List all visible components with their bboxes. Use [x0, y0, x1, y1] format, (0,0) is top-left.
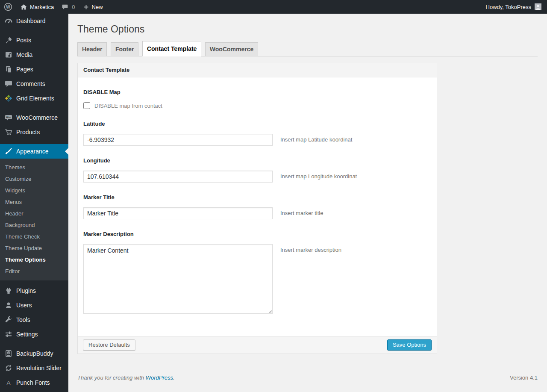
pages-icon	[4, 65, 13, 74]
sidebar-item-punch-fonts[interactable]: A Punch Fonts	[0, 375, 68, 390]
site-name-menu[interactable]: Marketica	[16, 0, 58, 14]
marker-title-input[interactable]	[83, 207, 273, 219]
submenu-item-background[interactable]: Background	[0, 219, 68, 231]
tab-contact-template[interactable]: Contact Template	[142, 41, 201, 56]
sidebar-item-label: Punch Fonts	[16, 379, 50, 386]
save-options-button[interactable]: Save Options	[387, 339, 432, 351]
disable-map-field: DISABLE Map DISABLE map from contact	[83, 89, 431, 109]
woocommerce-badge-icon: Woo	[4, 113, 13, 122]
cart-icon	[4, 128, 13, 136]
sidebar-item-revolution-slider[interactable]: Revolution Slider	[0, 361, 68, 375]
marker-description-textarea[interactable]: Marker Content	[83, 244, 273, 314]
sidebar-item-plugins[interactable]: Plugins	[0, 283, 68, 298]
marker-description-field: Marker Description Marker Content Insert…	[83, 231, 431, 314]
comments-icon	[4, 80, 13, 88]
comments-menu[interactable]: 0	[58, 0, 79, 14]
plus-icon	[83, 4, 89, 10]
tab-footer[interactable]: Footer	[111, 42, 139, 56]
letter-a-icon: A	[4, 378, 13, 387]
admin-footer: Thank you for creating with WordPress. V…	[77, 374, 538, 381]
latitude-input[interactable]	[83, 134, 273, 146]
avatar	[535, 3, 541, 10]
my-account-menu[interactable]: Howdy, TokoPress	[486, 3, 547, 10]
refresh-arrows-icon	[4, 364, 13, 372]
paintbrush-icon	[4, 147, 13, 156]
wordpress-logo-icon: W	[4, 3, 12, 11]
sidebar-item-label: Tools	[16, 316, 30, 323]
menu-separator	[0, 139, 68, 144]
submenu-item-theme-check[interactable]: Theme Check	[0, 231, 68, 242]
wordpress-link[interactable]: WordPress	[146, 374, 173, 381]
disable-map-checkbox[interactable]	[83, 102, 90, 109]
home-icon	[20, 3, 27, 11]
pin-icon	[4, 36, 13, 44]
submenu-item-widgets[interactable]: Widgets	[0, 185, 68, 196]
sidebar-item-users[interactable]: Users	[0, 298, 68, 312]
footer-thanks: Thank you for creating with WordPress.	[77, 374, 175, 381]
longitude-input[interactable]	[83, 171, 273, 183]
tab-header[interactable]: Header	[77, 42, 107, 56]
sidebar-item-label: Media	[16, 51, 32, 58]
longitude-field: Longitude Insert map Longitude koordinat	[83, 158, 431, 183]
current-menu-arrow	[62, 148, 68, 155]
sidebar-item-pages[interactable]: Pages	[0, 62, 68, 77]
disable-map-label: DISABLE Map	[83, 89, 431, 95]
site-name-label: Marketica	[30, 4, 54, 10]
latitude-help: Insert map Latitude koordinat	[280, 134, 352, 143]
panel-body: DISABLE Map DISABLE map from contact Lat…	[78, 77, 437, 336]
plugin-icon	[4, 286, 13, 295]
sidebar-item-woocommerce[interactable]: Woo WooCommerce	[0, 110, 68, 125]
howdy-label: Howdy, TokoPress	[486, 4, 531, 10]
submenu-item-menus[interactable]: Menus	[0, 196, 68, 208]
main-content: Theme Options Header Footer Contact Temp…	[68, 14, 547, 392]
sidebar-item-tools[interactable]: Tools	[0, 312, 68, 327]
longitude-label: Longitude	[83, 158, 431, 164]
new-content-menu[interactable]: New	[79, 0, 107, 14]
backup-device-icon	[4, 349, 13, 358]
sidebar-item-grid-elements[interactable]: Grid Elements	[0, 91, 68, 106]
footer-version: Version 4.1	[510, 374, 538, 381]
sidebar-item-dashboard[interactable]: Dashboard	[0, 14, 68, 28]
sidebar-item-media[interactable]: Media	[0, 47, 68, 62]
comment-count: 0	[72, 4, 75, 10]
panel-header: Contact Template	[78, 63, 437, 77]
sidebar-item-backupbuddy[interactable]: BackupBuddy	[0, 346, 68, 361]
sidebar-item-label: BackupBuddy	[16, 350, 53, 357]
admin-bar: W Marketica 0	[0, 0, 547, 14]
sliders-icon	[4, 330, 13, 339]
longitude-help: Insert map Longitude koordinat	[280, 171, 357, 180]
sidebar-item-label: Pages	[16, 66, 33, 73]
sidebar-item-products[interactable]: Products	[0, 125, 68, 139]
sidebar-item-label: Revolution Slider	[16, 365, 62, 371]
sidebar-item-label: Comments	[16, 80, 45, 87]
sidebar-item-appearance[interactable]: Appearance	[0, 144, 68, 159]
new-label: New	[92, 4, 103, 10]
submenu-item-theme-options[interactable]: Theme Options	[0, 254, 68, 265]
svg-text:A: A	[6, 380, 10, 386]
tab-woocommerce[interactable]: WooCommerce	[205, 42, 258, 56]
footer-thanks-text: Thank you for creating with	[77, 374, 144, 381]
panel-footer: Restore Defaults Save Options	[78, 336, 437, 354]
disable-map-checkbox-row: DISABLE map from contact	[83, 102, 431, 109]
submenu-item-theme-update[interactable]: Theme Update	[0, 242, 68, 254]
sidebar-item-label: Dashboard	[16, 18, 46, 24]
media-icon	[4, 50, 13, 59]
menu-separator	[0, 106, 68, 110]
restore-defaults-button[interactable]: Restore Defaults	[83, 339, 135, 351]
sidebar-item-label: Settings	[16, 331, 38, 338]
submenu-item-editor[interactable]: Editor	[0, 265, 68, 277]
marker-title-help: Insert marker title	[280, 207, 323, 216]
marker-title-field: Marker Title Insert marker title	[83, 195, 431, 219]
menu-separator	[0, 342, 68, 346]
wp-logo-menu[interactable]: W	[0, 0, 16, 14]
marker-description-help: Insert marker description	[280, 244, 341, 253]
sidebar-item-comments[interactable]: Comments	[0, 77, 68, 91]
submenu-item-customize[interactable]: Customize	[0, 173, 68, 185]
wordpress-admin: W Marketica 0	[0, 0, 547, 392]
submenu-item-themes[interactable]: Themes	[0, 162, 68, 173]
marker-title-label: Marker Title	[83, 195, 431, 200]
dashboard-icon	[4, 17, 13, 25]
sidebar-item-settings[interactable]: Settings	[0, 327, 68, 342]
submenu-item-header[interactable]: Header	[0, 208, 68, 219]
sidebar-item-posts[interactable]: Posts	[0, 33, 68, 47]
